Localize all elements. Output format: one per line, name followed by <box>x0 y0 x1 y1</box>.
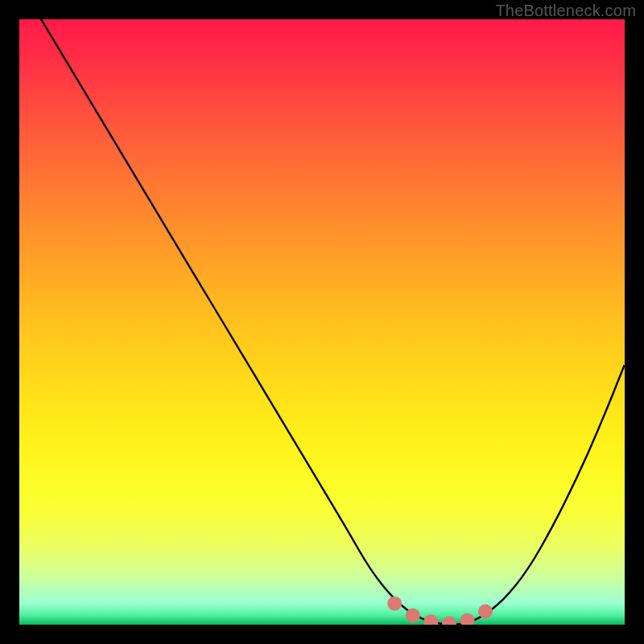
trough-marker <box>478 605 493 619</box>
trough-marker <box>406 609 420 623</box>
trough-marker <box>423 614 438 625</box>
trough-marker <box>387 597 402 611</box>
trough-markers <box>387 597 493 625</box>
plot-area <box>19 19 625 625</box>
watermark-text: TheBottleneck.com <box>495 2 636 20</box>
curve-layer <box>19 19 625 625</box>
chart-frame: TheBottleneck.com <box>0 0 644 644</box>
trough-marker <box>442 617 456 625</box>
bottleneck-curve-line <box>19 19 625 625</box>
trough-marker <box>460 613 475 625</box>
